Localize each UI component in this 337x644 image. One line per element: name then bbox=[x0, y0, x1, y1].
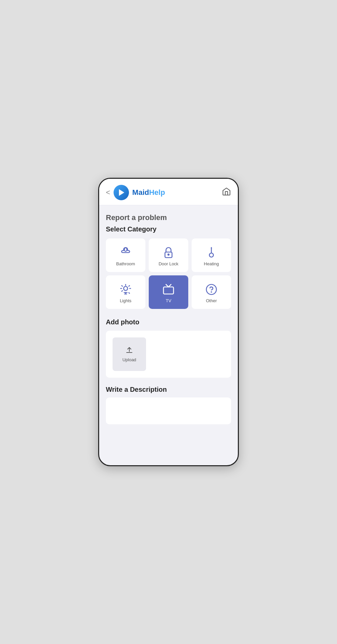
upload-label: Upload bbox=[122, 357, 136, 362]
header: < MaidHelp bbox=[99, 179, 238, 205]
svg-point-0 bbox=[124, 248, 127, 251]
header-left: < MaidHelp bbox=[106, 185, 165, 200]
category-grid: Bathroom Door Lock Heating bbox=[106, 238, 231, 309]
photo-upload-area: Upload bbox=[106, 331, 231, 378]
category-heating-label: Heating bbox=[204, 261, 219, 266]
back-button[interactable]: < bbox=[106, 188, 110, 197]
logo-maid-text: Maid bbox=[132, 188, 149, 197]
category-door-lock-label: Door Lock bbox=[158, 261, 178, 266]
select-category-title: Select Category bbox=[106, 225, 231, 233]
upload-icon bbox=[125, 346, 133, 355]
category-bathroom[interactable]: Bathroom bbox=[106, 238, 145, 272]
home-button[interactable] bbox=[222, 187, 231, 199]
logo-help-text: Help bbox=[149, 188, 165, 197]
category-heating[interactable]: Heating bbox=[192, 238, 231, 272]
phone-frame: < MaidHelp Report a problem Select Categ… bbox=[98, 178, 239, 466]
category-other-label: Other bbox=[206, 298, 217, 303]
svg-point-7 bbox=[206, 284, 216, 294]
app-name: MaidHelp bbox=[132, 188, 165, 197]
svg-point-3 bbox=[209, 253, 213, 257]
description-title: Write a Description bbox=[106, 386, 231, 393]
svg-point-8 bbox=[211, 291, 212, 292]
svg-point-2 bbox=[168, 254, 169, 255]
category-lights[interactable]: Lights bbox=[106, 275, 145, 309]
category-door-lock[interactable]: Door Lock bbox=[149, 238, 188, 272]
category-tv-label: TV bbox=[166, 298, 172, 303]
app-logo[interactable] bbox=[114, 185, 129, 200]
category-lights-label: Lights bbox=[120, 298, 132, 303]
category-other[interactable]: Other bbox=[192, 275, 231, 309]
description-box[interactable] bbox=[106, 397, 231, 424]
add-photo-title: Add photo bbox=[106, 318, 231, 326]
category-bathroom-label: Bathroom bbox=[116, 261, 135, 266]
svg-rect-6 bbox=[163, 287, 174, 294]
main-content: Report a problem Select Category Bathroo… bbox=[99, 205, 238, 465]
logo-play-icon bbox=[119, 189, 124, 196]
svg-point-5 bbox=[124, 286, 128, 290]
category-tv[interactable]: TV bbox=[149, 275, 188, 309]
upload-button[interactable]: Upload bbox=[113, 337, 146, 371]
page-title: Report a problem bbox=[106, 213, 231, 222]
